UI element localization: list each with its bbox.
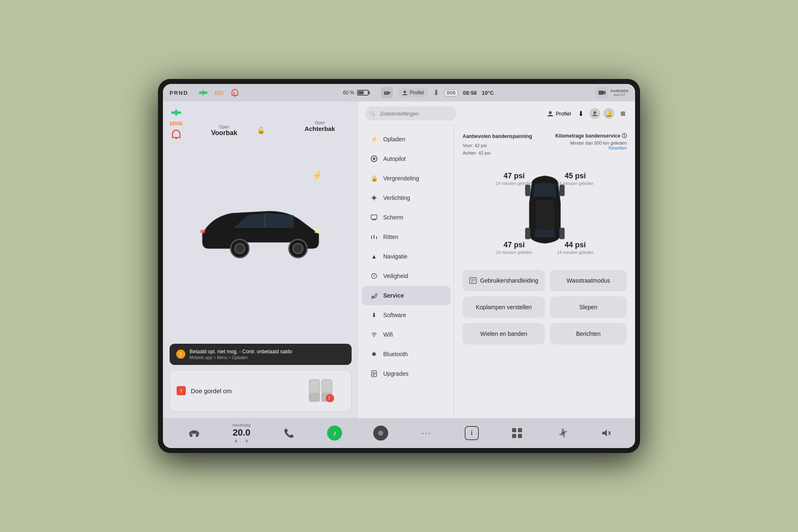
camera-icon[interactable]	[381, 87, 393, 99]
arrow-left-icon	[235, 439, 241, 443]
reset-link[interactable]: Resetten	[549, 145, 627, 150]
menu-item-autopilot[interactable]: Autopilot	[362, 149, 451, 168]
taskbar-spotify[interactable]: ♪	[327, 426, 342, 441]
taskbar-phone[interactable]: 📞	[281, 426, 296, 441]
profile-section: Profiel ⬇ 🔔 ⊞	[547, 108, 628, 119]
svg-rect-14	[175, 110, 177, 116]
lock-icon: 🔓	[257, 126, 265, 134]
menu-item-ritten[interactable]: Ritten	[362, 227, 451, 246]
svg-rect-51	[372, 372, 376, 373]
svg-rect-13	[177, 111, 181, 114]
svg-marker-65	[235, 439, 237, 443]
volume-control[interactable]	[601, 429, 611, 437]
svg-point-49	[374, 337, 374, 337]
wasstraatmodus-label: Wasstraatmodus	[566, 277, 610, 284]
berichten-button[interactable]: Berichten	[550, 323, 627, 345]
profile-icons: ⬇ 🔔 ⊞	[575, 108, 628, 119]
menu-item-service[interactable]: Service	[362, 286, 451, 305]
profile-icon-bell[interactable]: 🔔	[603, 108, 614, 119]
svg-point-7	[385, 92, 387, 94]
search-bar: Profiel ⬇ 🔔 ⊞	[358, 101, 635, 126]
svg-rect-21	[315, 230, 321, 233]
car-side-view	[194, 192, 327, 267]
svg-rect-2	[202, 90, 204, 95]
bluetooth-label: Bluetooth	[383, 351, 408, 357]
taskbar-fan[interactable]	[556, 426, 571, 441]
taskbar-car[interactable]	[187, 426, 202, 441]
voorbak-label: Open Voorbak	[211, 125, 237, 137]
svg-point-64	[196, 434, 198, 437]
koplampen-button[interactable]: Koplampen verstellen	[463, 296, 545, 318]
fan-icon	[556, 426, 571, 441]
gebruikershandleiding-label: Gebruikershandleiding	[480, 277, 538, 284]
svg-rect-55	[525, 185, 530, 197]
menu-item-scherm[interactable]: Scherm	[362, 208, 451, 227]
menu-item-veiligheid[interactable]: Veiligheid	[362, 266, 451, 286]
voor-pressure: Voor: 42 psi	[463, 142, 541, 150]
profile-icon-grid[interactable]: ⊞	[618, 108, 628, 119]
seatbelt-text: Doe gordel om	[191, 387, 232, 394]
wifi-icon	[370, 330, 378, 339]
svg-rect-24	[309, 393, 320, 401]
achter-pressure: Achter: 42 psi	[463, 150, 541, 157]
svg-text:EDGE: EDGE	[215, 90, 224, 96]
menu-item-verlichting[interactable]: Verlichting	[362, 188, 451, 207]
svg-rect-58	[559, 228, 565, 239]
svg-marker-11	[604, 91, 606, 95]
tire-front-left: 47 psi 14 minuten geleden	[496, 172, 532, 186]
svg-rect-22	[200, 230, 205, 233]
taskbar-dot[interactable]	[373, 426, 388, 441]
slepen-label: Slepen	[579, 304, 598, 310]
svg-rect-53	[372, 375, 374, 376]
taskbar-more[interactable]: ···	[419, 426, 434, 441]
verlichting-icon	[370, 194, 378, 202]
temp-display: 10°C	[482, 90, 494, 96]
veiligheid-icon	[370, 272, 378, 280]
menu-item-bluetooth[interactable]: ✱ Bluetooth	[362, 345, 451, 364]
svg-rect-68	[518, 428, 522, 432]
svg-marker-72	[602, 430, 607, 436]
search-input[interactable]	[365, 106, 456, 121]
veiligheid-label: Veiligheid	[383, 273, 408, 279]
wasstraatmodus-button[interactable]: Wasstraatmodus	[550, 270, 627, 291]
navigatie-label: Navigatie	[383, 253, 407, 260]
wifi-label: Wifi	[383, 331, 393, 338]
profile-button-right[interactable]: Profiel	[547, 110, 571, 117]
svg-point-33	[372, 196, 376, 200]
slepen-button[interactable]: Slepen	[550, 296, 627, 318]
km-service-title: Kilometrage bandenservice ⓘ	[549, 133, 627, 140]
status-bar: PRND EDGE 60 %	[163, 84, 635, 101]
svg-point-18	[235, 244, 245, 254]
profile-icon-person[interactable]	[589, 108, 600, 119]
sos-badge[interactable]: SOS	[444, 89, 458, 96]
menu-item-wifi[interactable]: Wifi	[362, 325, 451, 344]
more-icon: ···	[419, 426, 434, 441]
gebruikershandleiding-button[interactable]: Gebruikershandleiding	[463, 270, 545, 291]
svg-rect-10	[598, 91, 604, 95]
right-panel: Profiel ⬇ 🔔 ⊞	[358, 101, 635, 418]
dashcam-icon[interactable]	[596, 86, 608, 99]
search-wrap[interactable]	[365, 106, 543, 121]
profile-icon-download[interactable]: ⬇	[575, 108, 586, 119]
svg-point-47	[374, 274, 374, 275]
menu-item-opladen[interactable]: ⚡ Opladen	[362, 130, 451, 149]
menu-item-navigatie[interactable]: ▲ Navigatie	[362, 247, 451, 266]
svg-point-63	[190, 434, 192, 437]
tire-front-right: 45 psi 14 minuten geleden	[557, 172, 594, 186]
svg-rect-12	[171, 111, 175, 114]
svg-point-29	[549, 111, 552, 114]
menu-item-upgrades[interactable]: Upgrades	[362, 364, 451, 383]
menu-item-vergrendeling[interactable]: 🔒 Vergrendeling	[362, 169, 451, 188]
download-icon: ⬇	[433, 88, 439, 97]
tire-fr-value: 45 psi 14 minuten geleden	[557, 172, 594, 186]
device-frame: PRND EDGE 60 %	[158, 79, 640, 453]
profiel-button[interactable]: Profiel	[398, 88, 428, 97]
phone-icon: 📞	[281, 426, 296, 441]
software-label: Software	[383, 312, 406, 318]
battery-percentage: 60 %	[343, 90, 354, 96]
taskbar-grid[interactable]	[510, 426, 525, 441]
taskbar-info[interactable]: i	[465, 426, 479, 440]
wielen-button[interactable]: Wielen en banden	[463, 323, 545, 345]
menu-item-software[interactable]: ⬇ Software	[362, 305, 451, 325]
tire-rr-value: 44 psi 14 minuten geleden	[557, 241, 594, 255]
